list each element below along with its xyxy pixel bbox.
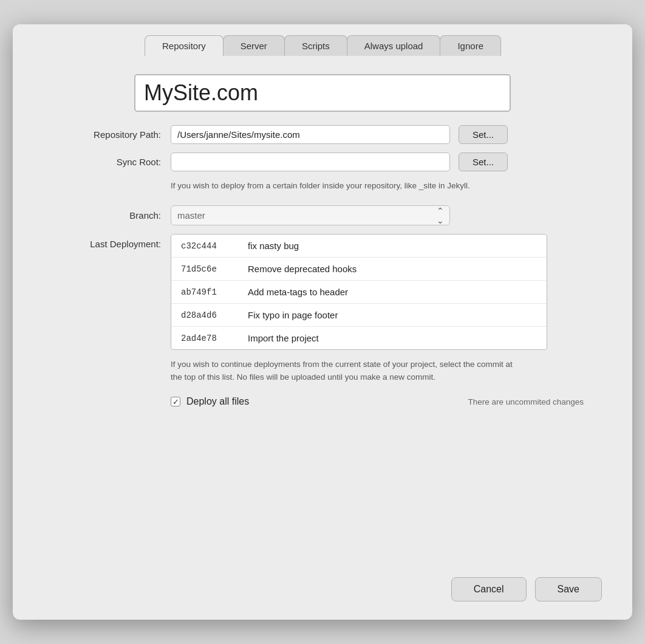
commit-message: Remove deprecated hooks bbox=[248, 264, 357, 274]
table-row[interactable]: 2ad4e78 Import the project bbox=[171, 327, 547, 349]
commit-hash: 2ad4e78 bbox=[181, 334, 236, 343]
last-deployment-label: Last Deployment: bbox=[49, 234, 171, 249]
branch-row: Branch: master ⌃⌄ bbox=[49, 205, 596, 225]
branch-label: Branch: bbox=[49, 210, 171, 221]
main-content: Repository Path: Set... Sync Root: Set..… bbox=[13, 56, 632, 565]
tab-server[interactable]: Server bbox=[223, 35, 285, 56]
commit-hash: 71d5c6e bbox=[181, 264, 236, 274]
deployment-list: c32c444 fix nasty bug 71d5c6e Remove dep… bbox=[171, 234, 547, 350]
branch-select[interactable]: master bbox=[171, 205, 450, 225]
table-row[interactable]: d28a4d6 Fix typo in page footer bbox=[171, 304, 547, 327]
sync-root-row: Sync Root: Set... bbox=[49, 152, 596, 171]
table-row[interactable]: 71d5c6e Remove deprecated hooks bbox=[171, 258, 547, 281]
repository-path-row: Repository Path: Set... bbox=[49, 125, 596, 144]
save-button[interactable]: Save bbox=[535, 577, 602, 601]
commit-message: Fix typo in page footer bbox=[248, 310, 338, 320]
button-row: Cancel Save bbox=[13, 565, 632, 620]
dialog: Repository Server Scripts Always upload … bbox=[13, 24, 632, 620]
commit-message: Import the project bbox=[248, 333, 319, 343]
last-deployment-row: Last Deployment: c32c444 fix nasty bug 7… bbox=[49, 234, 596, 350]
deploy-all-files-checkbox[interactable]: ✓ bbox=[171, 397, 180, 406]
deploy-all-files-label: Deploy all files bbox=[186, 396, 249, 407]
tab-always-upload[interactable]: Always upload bbox=[347, 35, 441, 56]
sync-root-helper: If you wish to deploy from a certain fol… bbox=[171, 180, 474, 192]
sync-root-set-button[interactable]: Set... bbox=[459, 152, 508, 171]
commit-hash: c32c444 bbox=[181, 241, 236, 251]
site-name-input[interactable] bbox=[134, 74, 511, 112]
cancel-button[interactable]: Cancel bbox=[451, 577, 527, 601]
table-row[interactable]: c32c444 fix nasty bug bbox=[171, 235, 547, 258]
tab-scripts[interactable]: Scripts bbox=[284, 35, 347, 56]
tab-repository[interactable]: Repository bbox=[145, 35, 224, 56]
commit-message: fix nasty bug bbox=[248, 241, 299, 251]
table-row[interactable]: ab749f1 Add meta-tags to header bbox=[171, 281, 547, 304]
tab-ignore[interactable]: Ignore bbox=[440, 35, 501, 56]
site-name-row bbox=[49, 74, 596, 112]
repository-path-set-button[interactable]: Set... bbox=[459, 125, 508, 144]
repository-path-label: Repository Path: bbox=[49, 129, 171, 140]
branch-select-wrapper: master ⌃⌄ bbox=[171, 205, 450, 225]
tab-bar: Repository Server Scripts Always upload … bbox=[13, 24, 632, 56]
commit-hash: d28a4d6 bbox=[181, 310, 236, 320]
commit-message: Add meta-tags to header bbox=[248, 287, 348, 297]
uncommitted-notice: There are uncommited changes bbox=[468, 397, 596, 406]
repository-path-input[interactable] bbox=[171, 125, 450, 144]
sync-root-label: Sync Root: bbox=[49, 157, 171, 167]
sync-root-input[interactable] bbox=[171, 152, 450, 171]
commit-hash: ab749f1 bbox=[181, 287, 236, 297]
deployment-helper: If you wish to continue deployments from… bbox=[171, 358, 523, 384]
deploy-all-files-row: ✓ Deploy all files There are uncommited … bbox=[171, 396, 596, 407]
